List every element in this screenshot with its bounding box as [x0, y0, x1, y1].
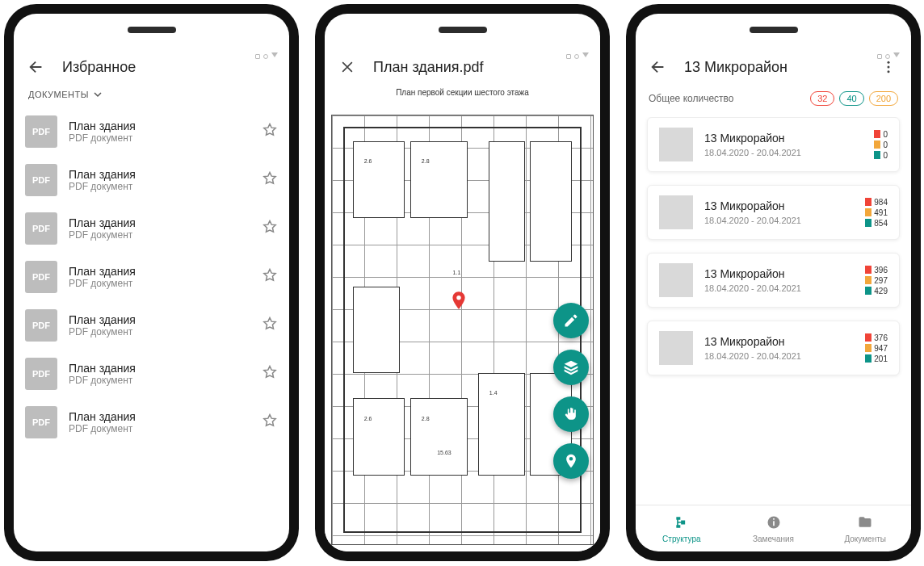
- card-stat: 0: [874, 130, 888, 139]
- card-text: 13 Микрорайон 18.04.2020 - 20.04.2021: [704, 199, 854, 225]
- plan-canvas[interactable]: 2.6 2.8 1.1 2.6 2.8 1.4 15.63: [325, 100, 600, 551]
- document-meta: План здания PDF документ: [69, 362, 250, 386]
- status-pill[interactable]: 40: [839, 91, 863, 106]
- document-subtitle: PDF документ: [69, 423, 250, 434]
- document-title: План здания: [69, 119, 250, 132]
- star-icon[interactable]: [262, 219, 278, 238]
- star-icon[interactable]: [262, 364, 278, 384]
- header: План здания.pdf: [325, 48, 600, 86]
- card-dates: 18.04.2020 - 20.04.2021: [704, 216, 854, 225]
- document-title: План здания: [69, 265, 250, 278]
- document-title: План здания: [69, 168, 250, 181]
- status-pill[interactable]: 32: [810, 91, 834, 106]
- card-title: 13 Микрорайон: [704, 335, 854, 348]
- pdf-badge: PDF: [25, 261, 57, 293]
- document-list-item[interactable]: PDF План здания PDF документ: [14, 107, 289, 156]
- pdf-badge: PDF: [25, 164, 57, 196]
- fab-location[interactable]: [553, 443, 589, 479]
- fab-pan[interactable]: [553, 396, 589, 432]
- star-icon[interactable]: [262, 122, 278, 141]
- filter-dropdown[interactable]: ДОКУМЕНТЫ: [14, 86, 289, 107]
- document-meta: План здания PDF документ: [69, 265, 250, 289]
- fab-edit[interactable]: [553, 303, 589, 338]
- card-stat: 429: [865, 287, 888, 296]
- card-stat: 0: [874, 140, 888, 149]
- window-controls: [566, 52, 589, 61]
- card-stat: 491: [865, 208, 888, 217]
- phone-mockup-1: Избранное ДОКУМЕНТЫ PDF План здания PDF …: [4, 4, 299, 561]
- star-icon[interactable]: [262, 267, 278, 287]
- card-stats: 000: [874, 130, 888, 160]
- card-dates: 18.04.2020 - 20.04.2021: [704, 351, 854, 361]
- card-thumbnail: [659, 331, 693, 365]
- document-meta: План здания PDF документ: [69, 313, 250, 338]
- card-text: 13 Микрорайон 18.04.2020 - 20.04.2021: [704, 335, 854, 361]
- project-card-list: 13 Микрорайон 18.04.2020 - 20.04.2021 00…: [636, 117, 911, 505]
- nav-label: Замечания: [753, 535, 794, 543]
- card-stat: 984: [865, 198, 888, 207]
- close-icon[interactable]: [338, 57, 357, 77]
- screen-structure: 13 Микрорайон Общее количество 3240200 1…: [636, 14, 911, 551]
- nav-item-tree[interactable]: Структура: [636, 505, 728, 551]
- screen-favourites: Избранное ДОКУМЕНТЫ PDF План здания PDF …: [14, 14, 289, 551]
- nav-item-info[interactable]: Замечания: [728, 505, 820, 551]
- card-thumbnail: [659, 263, 693, 297]
- tree-icon: [674, 514, 690, 532]
- document-subtitle: PDF документ: [69, 181, 250, 192]
- totals-label: Общее количество: [649, 93, 733, 104]
- document-subtitle: PDF документ: [69, 326, 250, 338]
- project-card[interactable]: 13 Микрорайон 18.04.2020 - 20.04.2021 98…: [647, 185, 900, 240]
- document-subtitle: PDF документ: [69, 278, 250, 289]
- chevron-down-icon: [94, 90, 102, 99]
- document-title: План здания: [69, 216, 250, 229]
- fab-layers[interactable]: [553, 350, 589, 385]
- project-card[interactable]: 13 Микрорайон 18.04.2020 - 20.04.2021 37…: [647, 321, 900, 375]
- pdf-badge: PDF: [25, 358, 57, 390]
- card-stat: 201: [865, 354, 888, 363]
- screen-plan-viewer: План здания.pdf План первой секции шесто…: [325, 14, 600, 551]
- info-icon: [766, 514, 782, 532]
- page-title: 13 Микрорайон: [684, 59, 863, 76]
- card-title: 13 Микрорайон: [704, 132, 863, 145]
- card-title: 13 Микрорайон: [704, 267, 854, 280]
- card-dates: 18.04.2020 - 20.04.2021: [704, 148, 863, 157]
- plan-caption: План первой секции шестого этажа: [325, 86, 600, 100]
- document-list-item[interactable]: PDF План здания PDF документ: [14, 156, 289, 204]
- document-subtitle: PDF документ: [69, 229, 250, 241]
- window-controls: [877, 52, 900, 61]
- phone-mockup-2: План здания.pdf План первой секции шесто…: [315, 4, 610, 561]
- document-list-item[interactable]: PDF План здания PDF документ: [14, 253, 289, 301]
- filter-label: ДОКУМЕНТЫ: [28, 90, 89, 99]
- map-pin-icon[interactable]: [448, 290, 469, 311]
- status-pill[interactable]: 200: [869, 91, 898, 106]
- star-icon[interactable]: [262, 413, 278, 432]
- pdf-badge: PDF: [25, 115, 57, 148]
- card-stats: 376947201: [865, 333, 888, 363]
- back-icon[interactable]: [649, 57, 668, 77]
- document-list-item[interactable]: PDF План здания PDF документ: [14, 204, 289, 253]
- header: 13 Микрорайон: [636, 48, 911, 86]
- document-list-item[interactable]: PDF План здания PDF документ: [14, 350, 289, 398]
- bottom-nav: СтруктураЗамечанияДокументы: [636, 505, 911, 551]
- star-icon[interactable]: [262, 170, 278, 190]
- project-card[interactable]: 13 Микрорайон 18.04.2020 - 20.04.2021 00…: [647, 117, 900, 172]
- project-card[interactable]: 13 Микрорайон 18.04.2020 - 20.04.2021 39…: [647, 253, 900, 308]
- back-icon[interactable]: [27, 57, 46, 77]
- card-text: 13 Микрорайон 18.04.2020 - 20.04.2021: [704, 267, 854, 293]
- svg-point-2: [888, 66, 890, 69]
- document-list-item[interactable]: PDF План здания PDF документ: [14, 301, 289, 350]
- svg-point-3: [888, 70, 890, 73]
- svg-point-0: [457, 296, 461, 300]
- card-title: 13 Микрорайон: [704, 199, 854, 212]
- window-controls: [255, 52, 278, 61]
- card-thumbnail: [659, 195, 693, 229]
- document-list-item[interactable]: PDF План здания PDF документ: [14, 398, 289, 447]
- pdf-badge: PDF: [25, 309, 57, 342]
- page-title: Избранное: [62, 59, 276, 76]
- document-meta: План здания PDF документ: [69, 119, 250, 144]
- document-list: PDF План здания PDF документ PDF План зд…: [14, 107, 289, 551]
- nav-item-folder[interactable]: Документы: [819, 505, 911, 551]
- card-stat: 396: [865, 266, 888, 275]
- header: Избранное: [14, 48, 289, 86]
- star-icon[interactable]: [262, 316, 278, 335]
